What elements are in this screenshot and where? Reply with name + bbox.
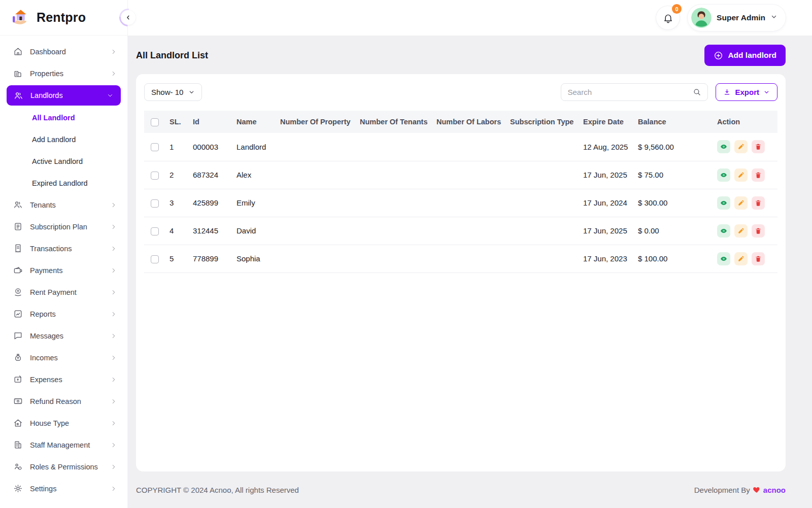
profile-menu[interactable]: Super Admin — [688, 5, 786, 31]
sidebar-item-properties[interactable]: Properties — [0, 62, 127, 84]
view-button[interactable] — [717, 252, 730, 265]
main-content: All Landlord List Add landlord Show- 10 — [128, 36, 812, 508]
delete-button[interactable] — [752, 140, 765, 153]
column-header: Subscription Type — [508, 111, 581, 133]
table-header-row: SL.IdNameNumber Of PropertyNumber Of Ten… — [144, 111, 777, 133]
sidebar-item-incomes[interactable]: Incomes — [0, 347, 127, 368]
table-cell: 17 Jun, 2025 — [581, 161, 636, 189]
trash-icon — [755, 199, 762, 207]
sidebar-item-transactions[interactable]: Transactions — [0, 238, 127, 259]
edit-button[interactable] — [734, 196, 748, 210]
sidebar-item-refund-reason[interactable]: Refund Reason — [0, 390, 127, 412]
chevron-right-icon — [110, 332, 117, 340]
sidebar-item-rent-payment[interactable]: Rent Payment — [0, 281, 127, 303]
chevron-right-icon — [110, 289, 117, 296]
sidebar-item-messages[interactable]: Messages — [0, 325, 127, 347]
search-input[interactable] — [567, 88, 693, 96]
view-button[interactable] — [717, 140, 730, 153]
sidebar-subitem-all-landlord[interactable]: All Landlord — [0, 107, 127, 128]
trash-icon — [755, 143, 762, 150]
delete-button[interactable] — [752, 252, 765, 265]
sidebar-item-label: Expenses — [30, 376, 103, 384]
eye-icon — [720, 143, 727, 150]
circle-plus-icon — [714, 51, 723, 60]
sidebar-item-label: Payments — [30, 266, 103, 275]
table-cell: 5 — [167, 245, 191, 273]
buildings-icon — [13, 69, 23, 78]
expenses-icon — [13, 375, 23, 384]
footer: COPYRIGHT © 2024 Acnoo, All rights Reser… — [136, 471, 786, 508]
sidebar-item-roles-permissions[interactable]: Roles & Permissions — [0, 456, 127, 478]
sidebar-item-label: Settings — [30, 485, 103, 493]
sidebar-subitem-add-landlord[interactable]: Add Landlord — [0, 128, 127, 150]
delete-button[interactable] — [752, 196, 765, 210]
table-cell: 2 — [167, 161, 191, 189]
chevron-right-icon — [110, 463, 117, 470]
sidebar-item-expenses[interactable]: Expenses — [0, 368, 127, 390]
table-cell — [508, 189, 581, 217]
row-checkbox[interactable] — [151, 143, 159, 151]
user-avatar — [691, 8, 712, 28]
table-cell: Sophia — [234, 245, 278, 273]
row-checkbox[interactable] — [151, 227, 159, 235]
chevron-left-icon — [125, 14, 131, 21]
sidebar-item-house-type[interactable]: House Type — [0, 412, 127, 434]
row-checkbox[interactable] — [151, 199, 159, 208]
chevron-right-icon — [110, 48, 117, 55]
table-cell: 12 Aug, 2025 — [581, 133, 636, 161]
pencil-icon — [737, 199, 745, 207]
view-button[interactable] — [717, 168, 730, 182]
sidebar-item-label: Tenants — [30, 201, 103, 209]
sidebar-item-label: Reports — [30, 310, 103, 318]
edit-button[interactable] — [734, 140, 748, 153]
sidebar-item-subscription-plan[interactable]: Subscription Plan — [0, 216, 127, 238]
sidebar-subitem-expired-landlord[interactable]: Expired Landlord — [0, 172, 127, 194]
table-cell: 778899 — [191, 245, 234, 273]
sidebar-subitem-active-landlord[interactable]: Active Landlord — [0, 150, 127, 172]
sidebar-item-staff-management[interactable]: Staff Management — [0, 434, 127, 456]
chevron-down-icon — [188, 89, 195, 95]
trash-icon — [755, 255, 762, 262]
sidebar-item-payments[interactable]: Payments — [0, 259, 127, 281]
edit-button[interactable] — [734, 224, 748, 238]
column-header: SL. — [167, 111, 191, 133]
sidebar-item-settings[interactable]: Settings — [0, 478, 127, 499]
edit-button[interactable] — [734, 168, 748, 182]
sidebar-item-reports[interactable]: Reports — [0, 303, 127, 325]
delete-button[interactable] — [752, 168, 765, 182]
table-cell — [434, 133, 508, 161]
brand-logo[interactable]: Rentpro — [0, 0, 127, 36]
row-checkbox[interactable] — [151, 255, 159, 263]
messages-icon — [13, 331, 23, 341]
sidebar-item-tenants[interactable]: Tenants — [0, 194, 127, 216]
delete-button[interactable] — [752, 224, 765, 238]
view-button[interactable] — [717, 224, 730, 238]
table-cell — [508, 245, 581, 273]
show-entries-dropdown[interactable]: Show- 10 — [144, 83, 202, 101]
sidebar-item-label: House Type — [30, 419, 103, 427]
sidebar-collapse-button[interactable] — [121, 10, 136, 25]
select-all-checkbox[interactable] — [151, 118, 159, 126]
home-icon — [13, 47, 23, 56]
devby-brand-link[interactable]: acnoo — [763, 486, 786, 494]
notifications-button[interactable]: 0 — [656, 6, 680, 29]
sidebar-item-dashboard[interactable]: Dashboard — [0, 41, 127, 62]
column-header: Balance — [636, 111, 715, 133]
chevron-right-icon — [110, 311, 117, 318]
table-cell: 312445 — [191, 217, 234, 245]
table-cell: Alex — [234, 161, 278, 189]
house-hand-icon — [10, 8, 30, 28]
table-row: 1000003Landlord12 Aug, 2025$ 9,560.00 — [144, 133, 777, 161]
row-checkbox[interactable] — [151, 172, 159, 180]
pencil-icon — [737, 227, 745, 234]
sidebar-item-landlords[interactable]: Landlords — [7, 85, 121, 106]
sidebar-item-label: Transactions — [30, 245, 103, 253]
add-landlord-button[interactable]: Add landlord — [704, 45, 786, 66]
table-cell — [278, 245, 358, 273]
chevron-right-icon — [110, 245, 117, 252]
transactions-icon — [13, 244, 23, 253]
search-icon[interactable] — [693, 88, 701, 96]
edit-button[interactable] — [734, 252, 748, 265]
view-button[interactable] — [717, 196, 730, 210]
export-button[interactable]: Export — [716, 83, 777, 101]
